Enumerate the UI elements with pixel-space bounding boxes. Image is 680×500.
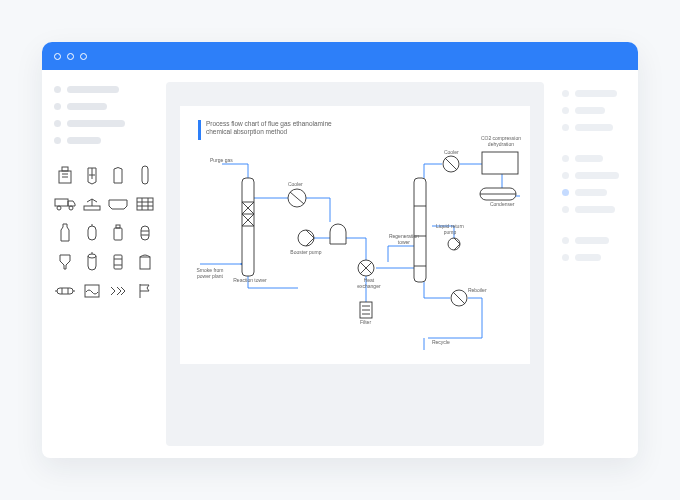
pressure-vessel-icon[interactable] (133, 220, 155, 245)
nav-list (54, 82, 156, 152)
nav-label-placeholder (67, 103, 107, 110)
nav-item[interactable] (54, 120, 156, 127)
props-item[interactable] (562, 155, 622, 162)
label-co2: CO2 compression dehydration (480, 136, 522, 148)
nav-item[interactable] (54, 137, 156, 144)
vessel-icon[interactable] (80, 220, 102, 245)
heat-exchanger-symbol[interactable] (358, 260, 374, 276)
hopper-icon[interactable] (54, 249, 76, 274)
cooler2-symbol[interactable] (443, 156, 459, 172)
nav-bullet-icon (562, 155, 569, 162)
nav-bullet-icon (562, 90, 569, 97)
reactor-vessel-icon[interactable] (80, 249, 102, 274)
label-condenser: Condenser (490, 202, 514, 208)
weigh-scale-icon[interactable] (80, 191, 102, 216)
svg-rect-19 (114, 228, 122, 240)
nav-item[interactable] (54, 103, 156, 110)
chevrons-icon[interactable] (107, 278, 129, 303)
props-item[interactable] (562, 90, 622, 97)
cooler1-symbol[interactable] (288, 189, 306, 207)
surge-tank-symbol[interactable] (330, 224, 346, 244)
svg-rect-21 (141, 226, 149, 240)
reaction-tower-symbol[interactable] (242, 178, 254, 276)
label-booster-pump: Booster pump (288, 250, 324, 256)
props-item[interactable] (562, 124, 622, 131)
nav-bullet-icon (562, 237, 569, 244)
silo-icon[interactable] (107, 162, 129, 187)
svg-rect-10 (84, 206, 100, 210)
pump-station-icon[interactable] (54, 162, 76, 187)
label-cooler1: Cooler (288, 182, 303, 188)
svg-point-9 (69, 206, 73, 210)
nav-label-placeholder (575, 90, 617, 97)
props-item[interactable] (562, 237, 622, 244)
svg-rect-62 (482, 152, 518, 174)
nav-bullet-icon (54, 86, 61, 93)
nav-bullet-icon (562, 172, 569, 179)
label-reboiler: Reboiler (468, 288, 487, 294)
svg-rect-37 (242, 178, 254, 276)
window-control-minimize[interactable] (67, 53, 74, 60)
nav-label-placeholder (575, 206, 615, 213)
co2-compression-symbol[interactable] (482, 152, 518, 174)
nav-bullet-icon (562, 107, 569, 114)
jar-icon[interactable] (107, 220, 129, 245)
nav-label-placeholder (575, 155, 603, 162)
app-window: Process flow chart of flue gas ethanolam… (42, 42, 638, 458)
svg-rect-6 (142, 166, 148, 184)
titlebar (42, 42, 638, 70)
tank-icon[interactable] (133, 249, 155, 274)
label-regeneration-tower: Regeneration tower (384, 234, 424, 246)
nav-label-placeholder (575, 189, 607, 196)
booster-pump-symbol[interactable] (298, 230, 314, 246)
reboiler-symbol[interactable] (451, 290, 467, 306)
svg-rect-26 (114, 255, 122, 269)
label-cooler2: Cooler (444, 150, 459, 156)
props-item[interactable] (562, 189, 622, 196)
props-item[interactable] (562, 107, 622, 114)
tray-icon[interactable] (107, 191, 129, 216)
svg-rect-17 (88, 226, 96, 240)
label-filter: Filter (360, 320, 371, 326)
sidebar-right (554, 82, 626, 446)
nav-label-placeholder (575, 107, 605, 114)
diagram-canvas[interactable]: Process flow chart of flue gas ethanolam… (180, 106, 530, 364)
props-item[interactable] (562, 172, 622, 179)
nav-bullet-icon (562, 189, 569, 196)
nav-label-placeholder (575, 124, 613, 131)
filter-symbol[interactable] (360, 302, 372, 318)
flag-icon[interactable] (133, 278, 155, 303)
wave-box-icon[interactable] (80, 278, 102, 303)
nav-label-placeholder (67, 86, 119, 93)
column-icon[interactable] (133, 162, 155, 187)
condenser-symbol[interactable] (480, 188, 516, 200)
window-control-zoom[interactable] (80, 53, 87, 60)
app-body: Process flow chart of flue gas ethanolam… (42, 70, 638, 458)
exchanger-plate-icon[interactable] (54, 278, 76, 303)
bottle-icon[interactable] (54, 220, 76, 245)
props-item[interactable] (562, 254, 622, 261)
svg-point-24 (88, 254, 96, 258)
window-control-close[interactable] (54, 53, 61, 60)
agitator-icon[interactable] (80, 162, 102, 187)
props-item[interactable] (562, 206, 622, 213)
props-group (562, 233, 622, 269)
nav-bullet-icon (562, 254, 569, 261)
nav-bullet-icon (562, 124, 569, 131)
canvas-area[interactable]: Process flow chart of flue gas ethanolam… (166, 82, 544, 446)
nav-item[interactable] (54, 86, 156, 93)
nav-bullet-icon (562, 206, 569, 213)
grid-tank-icon[interactable] (133, 191, 155, 216)
nav-label-placeholder (575, 254, 601, 261)
drum-icon[interactable] (107, 249, 129, 274)
svg-rect-12 (137, 198, 153, 210)
liquid-return-pump-symbol[interactable] (448, 238, 460, 250)
label-liquid-return-pump: Liquid return pump (432, 224, 468, 236)
regeneration-tower-symbol[interactable] (414, 178, 426, 282)
truck-icon[interactable] (54, 191, 76, 216)
sidebar-left (54, 82, 156, 446)
props-group (562, 86, 622, 139)
svg-rect-20 (116, 225, 120, 228)
nav-label-placeholder (67, 137, 101, 144)
props-group (562, 151, 622, 221)
